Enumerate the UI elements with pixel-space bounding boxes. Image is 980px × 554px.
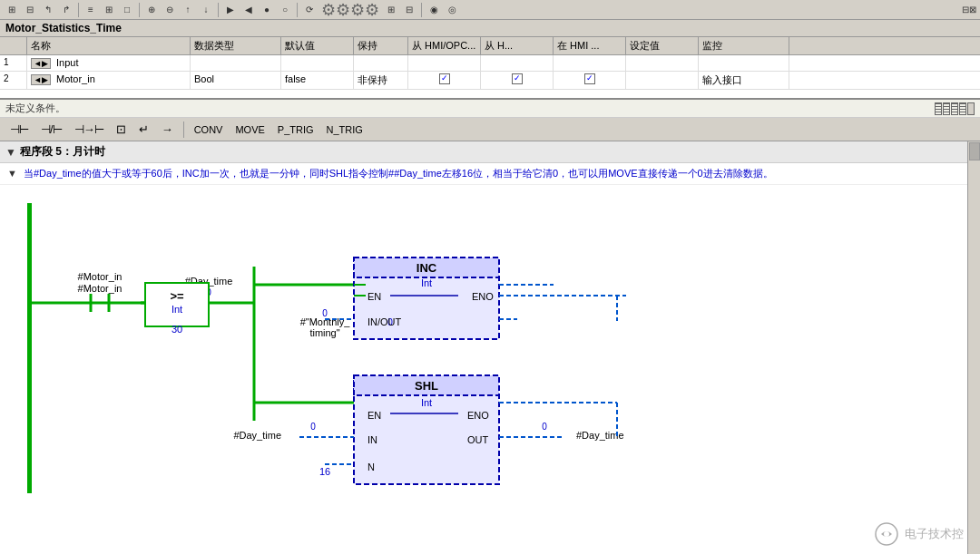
logic-sep-1	[183, 121, 184, 138]
table-row[interactable]: 2 ◄▶ Motor_in Bool false 非保持 输入接口	[0, 72, 980, 90]
grid-pattern-2	[943, 102, 950, 115]
btn-conv[interactable]: CONV	[190, 122, 228, 137]
row-fromh-2	[481, 72, 554, 89]
toolbar-btn-8[interactable]: ⊕	[143, 2, 160, 18]
shl-en-label: EN	[368, 410, 381, 421]
row-name-2: ◄▶ Motor_in	[27, 72, 191, 89]
checkbox-fromhmi-2[interactable]	[439, 73, 450, 84]
btn-ntrig[interactable]: N_TRIG	[322, 122, 368, 137]
motorin-label: Motor_in	[56, 73, 95, 84]
grid-pattern-3	[951, 102, 958, 115]
toolbar-btn-17[interactable]: ⊞	[383, 2, 399, 18]
toolbar-btn-10[interactable]: ↑	[180, 2, 196, 18]
description-text: 当#Day_time的值大于或等于60后，INC加一次，也就是一分钟，同时SHL…	[24, 168, 773, 179]
toolbar-btn-18[interactable]: ⊟	[401, 2, 417, 18]
desc-triangle: ▼	[7, 168, 17, 179]
toolbar-btn-2[interactable]: ⊟	[22, 2, 38, 18]
toolbar-btn-4[interactable]: ↱	[58, 2, 74, 18]
toolbar-btn-15[interactable]: ○	[277, 2, 293, 18]
undefined-condition-bar: 未定义条件。	[0, 100, 980, 118]
inc-block-name: INC	[416, 261, 437, 275]
ladder-diagram: #Motor_in #Day_time 0 >= Int 30	[0, 185, 962, 530]
table-row[interactable]: 1 ◄▶ Input	[0, 55, 980, 72]
motor-in-label: #Motor_in	[78, 271, 122, 282]
btn-arrow[interactable]: →	[157, 121, 178, 138]
section-header-5: ▼ 程序段 5：月计时	[0, 141, 980, 163]
type-tag-input: ◄▶	[31, 58, 51, 69]
toolbar-btn-7[interactable]: □	[119, 2, 135, 18]
row-name-1: ◄▶ Input	[27, 55, 191, 71]
comp-op-label: >=	[170, 289, 184, 303]
toolbar-btn-5[interactable]: ≡	[83, 2, 99, 18]
btn-nc-contact[interactable]: ⊣/⊢	[36, 121, 66, 138]
watermark-icon	[874, 521, 899, 547]
toolbar-btn-1[interactable]: ⊞	[4, 2, 20, 18]
shl-eno-label: ENO	[467, 410, 489, 421]
comp-type-label: Int	[172, 304, 182, 315]
vertical-scrollbar[interactable]	[967, 141, 980, 554]
row-num-1: 1	[0, 55, 27, 71]
toolbar-btn-3[interactable]: ↰	[40, 2, 56, 18]
main-toolbar: ⊞ ⊟ ↰ ↱ ≡ ⊞ □ ⊕ ⊖ ↑ ↓ ▶ ◀ ● ○ ⟳ ⚙⚙⚙⚙ ⊞ ⊟…	[0, 0, 980, 20]
btn-branch[interactable]: ↵	[134, 121, 153, 138]
section-title: 程序段 5：月计时	[20, 144, 105, 160]
grid-controls	[935, 102, 975, 115]
toolbar-btn-20[interactable]: ◎	[444, 2, 460, 18]
shl-n-label: N	[368, 462, 375, 472]
toolbar-btn-11[interactable]: ↓	[198, 2, 214, 18]
type-tag-motorin: ◄▶	[31, 74, 51, 85]
day-time-in-value: 0	[310, 422, 316, 432]
watermark: 电子技术控	[874, 521, 964, 547]
toolbar-btn-6[interactable]: ⊞	[101, 2, 117, 18]
program-area: ▼ 程序段 5：月计时 ▼ 当#Day_time的值大于或等于60后，INC加一…	[0, 141, 980, 554]
col-setval: 设定值	[626, 37, 699, 54]
row-setval-2	[626, 72, 699, 89]
row-datatype-1	[191, 55, 281, 71]
toolbar-icon-group: ⚙⚙⚙⚙	[319, 0, 381, 20]
btn-coil[interactable]: ⊡	[112, 121, 131, 138]
monthly-label2: timing"	[309, 327, 339, 338]
checkbox-inhmi-2[interactable]	[584, 73, 595, 84]
var-table-header: 名称 数据类型 默认值 保持 从 HMI/OPC... 从 H... 在 HMI…	[0, 37, 980, 55]
shl-out-label: OUT	[467, 434, 489, 445]
shl-block-type: Int	[421, 397, 432, 408]
toolbar-btn-13[interactable]: ◀	[240, 2, 257, 18]
btn-no-contact[interactable]: ⊣⊢	[5, 121, 33, 138]
checkbox-fromh-2[interactable]	[512, 73, 523, 84]
col-num	[0, 37, 27, 54]
btn-move[interactable]: MOVE	[230, 122, 269, 137]
input-label: Input	[56, 57, 78, 68]
col-fromhmi: 从 HMI/OPC...	[408, 37, 481, 54]
description-box: ▼ 当#Day_time的值大于或等于60后，INC加一次，也就是一分钟，同时S…	[0, 163, 980, 185]
toolbar-sep-2	[139, 3, 140, 17]
btn-ptrig[interactable]: P_TRIG	[273, 122, 318, 137]
monthly-value-top: 0	[322, 308, 328, 318]
btn-pos-contact[interactable]: ⊣→⊢	[70, 121, 108, 138]
toolbar-btn-19[interactable]: ◉	[426, 2, 442, 18]
toolbar-btn-9[interactable]: ⊖	[162, 2, 178, 18]
motor-in-text: #Motor_in	[78, 283, 122, 294]
collapse-triangle[interactable]: ▼	[5, 146, 16, 159]
col-name: 名称	[27, 37, 191, 54]
toolbar-btn-16[interactable]: ⟳	[301, 2, 318, 18]
row-default-1	[281, 55, 354, 71]
col-monitor: 监控	[699, 37, 789, 54]
row-inhmi-1	[554, 55, 626, 71]
inc-block-type: Int	[421, 277, 432, 288]
row-fromhmi-2	[408, 72, 481, 89]
row-retain-1	[354, 55, 408, 71]
grid-pattern-4	[959, 102, 966, 115]
undefined-text: 未定义条件。	[5, 102, 65, 115]
inc-eno-label: ENO	[472, 291, 494, 302]
toolbar-sep-3	[218, 3, 219, 17]
scrollbar-thumb[interactable]	[969, 142, 980, 160]
row-setval-1	[626, 55, 699, 71]
var-table-title: Motor_Statistics_Time	[0, 20, 980, 37]
row-num-2: 2	[0, 72, 27, 89]
row-inhmi-2	[554, 72, 626, 89]
toolbar-sep-5	[421, 3, 422, 17]
row-monitor-1	[699, 55, 789, 71]
window-controls[interactable]: ⊟⊠	[962, 5, 976, 15]
toolbar-btn-12[interactable]: ▶	[222, 2, 239, 18]
toolbar-btn-14[interactable]: ●	[259, 2, 275, 18]
